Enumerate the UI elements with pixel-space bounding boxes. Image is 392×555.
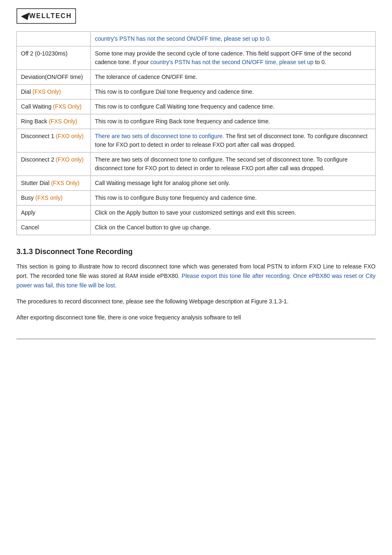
section-paragraph: After exporting disconnect tone file, th…: [16, 313, 376, 322]
section-number: 3.1.3: [16, 247, 35, 256]
table-cell-description: Click on the Apply button to save your c…: [91, 206, 376, 220]
logo-arrow-icon: ◀: [21, 11, 28, 21]
table-cell-label: Stutter Dial (FXS Only): [17, 176, 91, 191]
section-paragraph: This section is going to illustrate how …: [16, 262, 376, 290]
section-heading: 3.1.3 Disconnect Tone Recording: [16, 247, 376, 256]
table-cell-label: Apply: [17, 206, 91, 220]
table-cell-description: country's PSTN has not the second ON/OFF…: [91, 32, 376, 46]
table-row: Disconnect 2 (FXO only)There are two set…: [17, 153, 376, 176]
section-paragraph: The procedures to record disconnect tone…: [16, 297, 376, 306]
table-cell-label: Deviation(ON/OFF time): [17, 70, 91, 85]
table-row: Busy (FXS only)This row is to configure …: [17, 191, 376, 206]
table-cell-label: Disconnect 2 (FXO only): [17, 153, 91, 176]
table-cell-label: Cancel: [17, 220, 91, 235]
table-row: Stutter Dial (FXS Only)Call Waiting mess…: [17, 176, 376, 191]
settings-table: country's PSTN has not the second ON/OFF…: [16, 31, 376, 235]
table-row: country's PSTN has not the second ON/OFF…: [17, 32, 376, 46]
page-divider: [16, 339, 376, 339]
table-row: Off 2 (0-10230ms)Some tone may provide t…: [17, 46, 376, 70]
section-title: Disconnect Tone Recording: [35, 247, 133, 256]
logo-box: ◀ WELLTECH: [16, 8, 76, 24]
table-cell-description: There are two sets of disconnect tone to…: [91, 129, 376, 153]
table-cell-description: This row is to configure Call Waiting to…: [91, 99, 376, 114]
section-3-1-3: 3.1.3 Disconnect Tone Recording This sec…: [16, 247, 376, 322]
table-row: Call Waiting (FXS Only)This row is to co…: [17, 99, 376, 114]
logo-text: WELLTECH: [29, 12, 72, 20]
table-row: ApplyClick on the Apply button to save y…: [17, 206, 376, 220]
table-cell-description: This row is to configure Dial tone frequ…: [91, 85, 376, 99]
table-cell-label: Ring Back (FXS Only): [17, 114, 91, 129]
table-cell-label: Off 2 (0-10230ms): [17, 46, 91, 70]
table-cell-label: Call Waiting (FXS Only): [17, 99, 91, 114]
table-row: CancelClick on the Cancel button to give…: [17, 220, 376, 235]
table-cell-description: Some tone may provide the second cycle o…: [91, 46, 376, 70]
table-row: Deviation(ON/OFF time)The tolerance of c…: [17, 70, 376, 85]
table-cell-label: Disconnect 1 (FXO only): [17, 129, 91, 153]
table-row: Dial (FXS Only)This row is to configure …: [17, 85, 376, 99]
table-cell-description: This row is to configure Busy tone frequ…: [91, 191, 376, 206]
table-cell-description: Call Waiting message light for analog ph…: [91, 176, 376, 191]
table-cell-label: Busy (FXS only): [17, 191, 91, 206]
table-cell-description: Click on the Cancel button to give up ch…: [91, 220, 376, 235]
table-cell-label: [17, 32, 91, 46]
table-cell-description: This row is to configure Ring Back tone …: [91, 114, 376, 129]
table-cell-description: There are two sets of disconnect tone to…: [91, 153, 376, 176]
table-cell-label: Dial (FXS Only): [17, 85, 91, 99]
logo-container: ◀ WELLTECH: [16, 8, 376, 24]
table-row: Ring Back (FXS Only)This row is to confi…: [17, 114, 376, 129]
table-row: Disconnect 1 (FXO only)There are two set…: [17, 129, 376, 153]
table-cell-description: The tolerance of cadence ON/OFF time.: [91, 70, 376, 85]
